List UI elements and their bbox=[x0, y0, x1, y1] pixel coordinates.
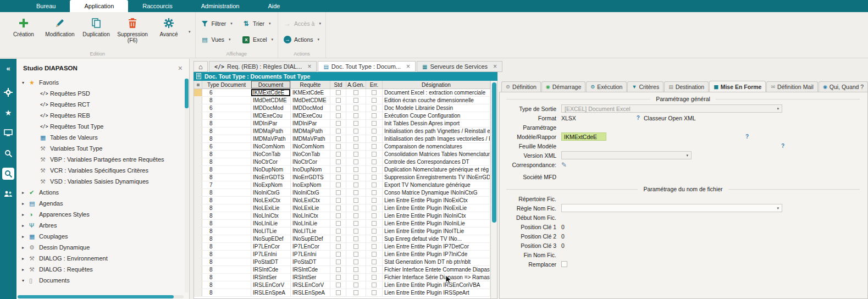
agen-checkbox[interactable] bbox=[353, 252, 358, 257]
cell-document[interactable]: INoComNom bbox=[251, 143, 291, 150]
correspondance-icon[interactable]: ✎ bbox=[561, 161, 567, 169]
table-row[interactable]: 8 INoCtrCor INoCtrCor Controle des Corre… bbox=[194, 158, 490, 166]
table-row[interactable]: 8 IP7LEnCor IP7LEnCor Lien Entre Entite … bbox=[194, 243, 490, 251]
cell-document[interactable]: INoIniCtxG bbox=[251, 189, 291, 196]
cell-document[interactable]: INoLIniLie bbox=[251, 220, 291, 227]
document-tab[interactable]: ▤ Doc. Tout Type : Docum... × bbox=[318, 61, 416, 72]
cell-document[interactable]: IRSIntSer bbox=[251, 274, 291, 281]
expander-icon[interactable]: ▸ bbox=[22, 267, 29, 272]
std-checkbox[interactable] bbox=[336, 98, 341, 103]
table-row[interactable]: 8 INoLIniLie INoLIniLie Lien Entre Entit… bbox=[194, 220, 490, 228]
table-row[interactable]: 8 IRSIntSer IRSIntSer Fichier Interface … bbox=[194, 274, 490, 281]
std-checkbox[interactable] bbox=[336, 129, 341, 134]
users-icon[interactable] bbox=[2, 188, 14, 200]
std-checkbox[interactable] bbox=[336, 267, 341, 272]
table-row[interactable]: 7 INoExpNom InoExpNom Export TV Nomencla… bbox=[194, 181, 490, 189]
tree-item[interactable]: </> Requêtes PSD bbox=[16, 88, 189, 99]
scrollbar-thumb[interactable] bbox=[492, 82, 496, 223]
menubar-item[interactable]: Aide bbox=[253, 0, 294, 12]
sidebar-vertical-scrollbar[interactable] bbox=[185, 79, 189, 292]
err-checkbox[interactable] bbox=[372, 259, 377, 264]
menubar-item[interactable]: Application bbox=[70, 0, 128, 12]
std-checkbox[interactable] bbox=[336, 213, 341, 218]
cell-document[interactable]: IRSLEnCorV bbox=[251, 281, 291, 289]
std-checkbox[interactable] bbox=[336, 159, 341, 164]
std-checkbox[interactable] bbox=[336, 182, 341, 187]
pos2-value[interactable]: 0 bbox=[561, 233, 565, 240]
err-checkbox[interactable] bbox=[372, 275, 377, 280]
agen-checkbox[interactable] bbox=[353, 144, 358, 149]
table-row[interactable]: 8 INoErrGDTS INoErrGDTS Suppression Enre… bbox=[194, 174, 490, 181]
expander-icon[interactable]: ▸ bbox=[22, 201, 29, 206]
tree-item[interactable]: ⚒ VCR : Variables Spécifiques Critères bbox=[16, 165, 189, 176]
views-button[interactable]: ▤ Vues ▾ bbox=[201, 35, 233, 44]
tree-item[interactable]: ▸ ✔ Actions bbox=[16, 187, 189, 198]
cell-document[interactable]: IMDExeCou bbox=[251, 112, 291, 119]
err-checkbox[interactable] bbox=[372, 267, 377, 272]
tree-item[interactable]: ▸ Ψ Arbres bbox=[16, 220, 189, 231]
expander-icon[interactable]: ▸ bbox=[22, 256, 29, 261]
std-checkbox[interactable] bbox=[336, 290, 341, 295]
modele-input[interactable]: IKMExtCdeE bbox=[561, 132, 606, 141]
create-button[interactable]: Création bbox=[5, 13, 42, 50]
cell-document[interactable]: IRSLEnSpeA bbox=[251, 289, 291, 296]
agen-checkbox[interactable] bbox=[353, 136, 358, 141]
pos1-value[interactable]: 0 bbox=[561, 224, 565, 230]
column-header-designation[interactable]: Désignation bbox=[383, 81, 490, 88]
std-checkbox[interactable] bbox=[336, 236, 341, 241]
agen-checkbox[interactable] bbox=[353, 190, 358, 195]
advanced-button[interactable]: Avancé bbox=[151, 13, 187, 50]
std-checkbox[interactable] bbox=[336, 113, 341, 118]
star-icon[interactable]: ★ bbox=[2, 107, 14, 119]
table-row[interactable]: 8 IRSIntCde IRSIntCde Fichier Interface … bbox=[194, 266, 490, 274]
close-icon[interactable]: × bbox=[178, 64, 183, 73]
tree-item[interactable]: ▸ ▦ Couplages bbox=[16, 231, 189, 242]
err-checkbox[interactable] bbox=[372, 121, 377, 126]
detail-tab[interactable]: ✉ Définition Mail bbox=[766, 81, 818, 92]
std-checkbox[interactable] bbox=[336, 121, 341, 126]
agen-checkbox[interactable] bbox=[353, 106, 358, 110]
std-checkbox[interactable] bbox=[336, 136, 341, 141]
agen-checkbox[interactable] bbox=[353, 90, 358, 95]
agen-checkbox[interactable] bbox=[353, 236, 358, 241]
expander-icon[interactable]: ▾ bbox=[22, 278, 29, 283]
tree-item[interactable]: ▾ ★ Favoris bbox=[16, 77, 189, 88]
table-row[interactable]: 8 IPoStatDT IPoStaDT Stat Generation Nom… bbox=[194, 258, 490, 266]
agen-checkbox[interactable] bbox=[353, 152, 358, 157]
err-checkbox[interactable] bbox=[372, 136, 377, 141]
cell-document[interactable]: IMDMajPath bbox=[251, 128, 291, 135]
detail-tab[interactable]: ⚙ Définition bbox=[501, 81, 541, 92]
column-header-err[interactable]: Err. bbox=[366, 81, 383, 88]
table-row[interactable]: 8 IMDMaVPath IMDMaVPath Initialisation d… bbox=[194, 135, 490, 143]
err-checkbox[interactable] bbox=[372, 175, 377, 180]
expander-icon[interactable]: ▸ bbox=[22, 245, 29, 250]
tree-item[interactable]: ▸ ⚙ Dessin Dynamique bbox=[16, 242, 189, 253]
cell-document[interactable]: INoLIniCtx bbox=[251, 212, 291, 219]
expander-icon[interactable]: ▾ bbox=[22, 80, 29, 85]
err-checkbox[interactable] bbox=[372, 190, 377, 195]
scrollbar-thumb[interactable] bbox=[18, 295, 174, 298]
err-checkbox[interactable] bbox=[372, 236, 377, 241]
cell-document[interactable]: INoDupNom bbox=[251, 166, 291, 173]
menubar-item[interactable]: Raccourcis bbox=[128, 0, 186, 12]
err-checkbox[interactable] bbox=[372, 167, 377, 172]
err-checkbox[interactable] bbox=[372, 221, 377, 226]
std-checkbox[interactable] bbox=[336, 144, 341, 149]
search-active-icon[interactable] bbox=[2, 168, 14, 180]
table-row[interactable]: 6 INoComNom INoComNom Comparaison de nom… bbox=[194, 143, 490, 151]
cell-document[interactable]: INoConTab bbox=[251, 151, 291, 158]
delete-button[interactable]: Suppression (F6) bbox=[114, 13, 151, 50]
std-checkbox[interactable] bbox=[336, 244, 341, 249]
std-checkbox[interactable] bbox=[336, 190, 341, 195]
std-checkbox[interactable] bbox=[336, 106, 341, 110]
agen-checkbox[interactable] bbox=[353, 129, 358, 134]
err-checkbox[interactable] bbox=[372, 252, 377, 257]
scrollbar-thumb[interactable] bbox=[185, 79, 189, 108]
menubar-item[interactable]: Bureau bbox=[22, 0, 70, 12]
remplacer-checkbox[interactable] bbox=[561, 261, 567, 267]
table-row[interactable]: 8 IMdDetCDME IMdDetCDME Edition écran co… bbox=[194, 97, 490, 104]
err-checkbox[interactable] bbox=[372, 206, 377, 211]
column-header-document[interactable]: Document bbox=[251, 81, 291, 88]
goto-button[interactable]: → Accès à ▾ bbox=[284, 19, 321, 28]
table-row[interactable]: 8 INoConTab INoConTab Consolidation Matr… bbox=[194, 151, 490, 158]
